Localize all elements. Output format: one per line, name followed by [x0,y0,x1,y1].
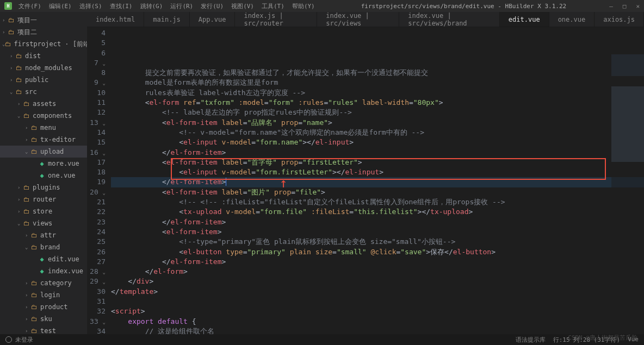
close-button[interactable]: ✕ [636,3,640,10]
code-line[interactable]: <!--type="primary"蓝色 plain鼠标移到按钮上会变色 siz… [111,237,644,247]
chevron-icon: › [10,65,15,71]
editor-tab[interactable]: index.html [87,12,144,27]
code-line[interactable]: 提交之前需要再次验证，如果验证都通过了，才能允许提交，如果有一个没通过都不能提交 [111,68,644,78]
vue-file-icon: ◆ [38,172,46,179]
editor[interactable]: 4567 ⌄89 ⌄10111213 ⌄141516 ⌄17181920 ⌄21… [87,27,644,334]
tree-item[interactable]: ›🗀public [0,74,87,86]
line-number: 28 ⌄ [87,267,106,277]
tree-item[interactable]: ›🗀plugins [0,181,87,193]
chevron-icon: › [10,77,15,83]
sync-icon[interactable] [5,336,12,343]
tree-item[interactable]: ◆index.vue [0,265,87,277]
code-line[interactable]: </el-form-item> [111,148,644,158]
tree-item-label: index.vue [48,267,83,275]
code-line[interactable]: <!-- <!-- :fileList="fileList"自定义个fileLi… [111,197,644,207]
code-line[interactable]: <!-- v-model="form.name"这个双向绑定的name必须是fo… [111,128,644,137]
chevron-icon: ⌄ [17,221,23,226]
tree-item[interactable]: ›🗀项目二 [0,26,87,38]
tree-item[interactable]: ◆one.vue [0,170,87,181]
code-line[interactable]: <el-form-item label="品牌名" prop="name"> [111,118,644,128]
tree-item[interactable]: ◆more.vue [0,158,87,170]
folder-icon: 🗀 [30,291,38,299]
vue-file-icon: ◆ [38,255,46,263]
code-line[interactable]: <tx-upload v-model="form.file" :fileList… [111,207,644,217]
code-line[interactable]: </template> [111,287,644,297]
line-number: 12 [87,108,106,117]
menu-item[interactable]: 文件(F) [15,1,45,11]
editor-tab[interactable]: one.vue [549,12,595,27]
tree-item[interactable]: ›🗀assets [0,98,87,110]
code-line[interactable]: rules表单验证 label-width左边字的宽度 --> [111,88,644,98]
menu-item[interactable]: 视图(V) [228,1,257,11]
code-line[interactable] [111,297,644,306]
editor-tab[interactable]: axios.js [595,12,644,27]
menu-item[interactable]: 运行(R) [167,1,196,11]
tree-item[interactable]: ›🗀sku [0,313,87,325]
tree-item[interactable]: ›🗀attr [0,229,87,241]
tree-item[interactable]: ›🗀test [0,325,87,334]
code-line[interactable]: <el-input v-model="form.name"></el-input… [111,137,644,147]
tree-item[interactable]: ⌄🗀views [0,217,87,229]
tree-item[interactable]: ›🗀router [0,193,87,205]
line-number: 21 [87,197,106,207]
code-line[interactable]: <el-input v-model="form.firstLetter"></e… [111,167,644,177]
code-line[interactable]: </el-form-item> [111,217,644,227]
tree-item[interactable]: ◆edit.vue [0,253,87,265]
editor-tab[interactable]: index.vue | src/views [317,12,399,27]
line-number: 16 ⌄ [87,148,106,158]
menu-item[interactable]: 查找(I) [107,1,136,11]
maximize-button[interactable]: □ [623,3,627,10]
file-explorer[interactable]: ›🗀项目一›🗀项目二⌄🗀firstproject · [前端网页]›🗀dist›… [0,12,87,334]
code-line[interactable]: <el-form-item label="首字母" prop="firstLet… [111,158,644,167]
code-line[interactable]: <el-form-item> [111,227,644,237]
line-number: 25 [87,237,106,247]
tree-item[interactable]: ⌄🗀firstproject · [前端网页] [0,38,87,50]
tree-item[interactable]: ›🗀node_modules [0,62,87,74]
tree-item[interactable]: ⌄🗀brand [0,241,87,253]
code-line[interactable]: <!-- label是左边的字 prop指定rules中的验证规则--> [111,108,644,117]
login-status[interactable]: 未登录 [15,336,33,344]
tree-item[interactable]: ›🗀项目一 [0,14,87,26]
editor-tab[interactable]: main.js [144,12,190,27]
code-line[interactable]: </div> [111,277,644,286]
tree-item[interactable]: ›🗀menu [0,122,87,134]
menu-item[interactable]: 帮助(Y) [289,1,318,11]
folder-icon: 🗀 [15,88,23,96]
menu-item[interactable]: 编辑(E) [46,1,75,11]
code-line[interactable]: export default { [111,317,644,327]
menu-item[interactable]: 选择(S) [76,1,106,11]
tree-item[interactable]: ›🗀dist [0,50,87,62]
code-line[interactable]: <el-form-item label="图片" prop="file"> [111,187,644,197]
line-number: 29 ⌄ [87,277,106,286]
syntax-hint[interactable]: 语法提示库 [516,336,546,344]
code-line[interactable]: model是form表单的所有数据这里是form [111,78,644,87]
line-number: 5 [87,38,106,48]
code-line[interactable]: </el-form> [111,267,644,277]
editor-tab[interactable]: index.js | src/router [235,12,317,27]
folder-icon: 🗀 [23,112,30,120]
tree-item[interactable]: ⌄🗀components [0,110,87,122]
editor-tab[interactable]: edit.vue [500,12,549,27]
menu-item[interactable]: 发行(U) [197,1,227,11]
code-line[interactable]: </el-form-item> [111,177,644,187]
folder-icon: 🗀 [30,327,38,334]
tree-item[interactable]: ›🗀tx-editor [0,134,87,146]
code-line[interactable]: <el-form ref="txform" :model="form" :rul… [111,98,644,108]
menu-item[interactable]: 工具(T) [258,1,288,11]
code-line[interactable]: </el-form-item> [111,257,644,267]
menu-item[interactable]: 跳转(G) [137,1,166,11]
tree-item[interactable]: ›🗀product [0,301,87,313]
editor-tab[interactable]: index.vue | src/views/brand [399,12,500,27]
tree-item[interactable]: ›🗀category [0,277,87,289]
minimap[interactable] [611,54,644,323]
tree-item[interactable]: ›🗀login [0,289,87,301]
tree-item[interactable]: ⌄🗀upload [0,146,87,158]
code-line[interactable]: <el-button type="primary" plain size="sm… [111,247,644,257]
tree-item[interactable]: ›🗀store [0,205,87,217]
code-line[interactable]: <script> [111,306,644,316]
minimize-button[interactable]: — [609,3,613,10]
code-area[interactable]: ↑ 提交之前需要再次验证，如果验证都通过了，才能允许提交，如果有一个没通过都不能… [111,27,644,334]
tree-item[interactable]: ⌄🗀src [0,86,87,98]
editor-tab[interactable]: App.vue [190,12,236,27]
line-number: 10 [87,88,106,98]
